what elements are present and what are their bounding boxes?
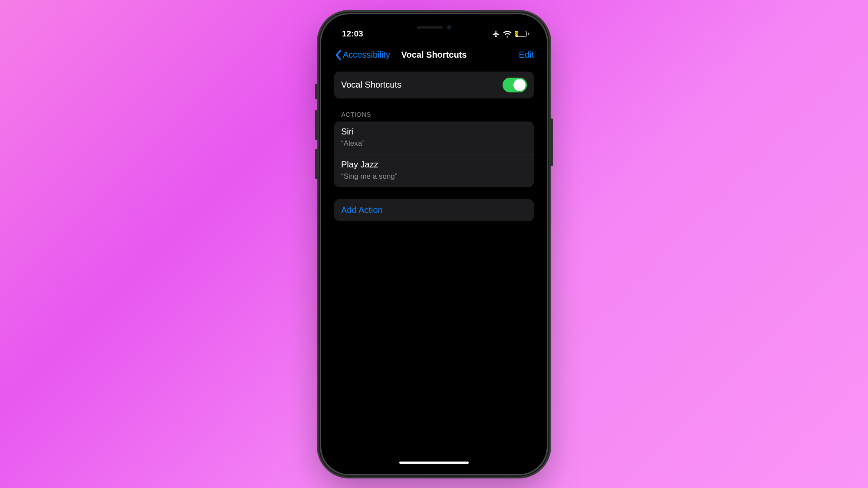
wifi-icon (503, 29, 512, 38)
action-row-play-jazz[interactable]: Play Jazz “Sing me a song” (334, 154, 534, 187)
battery-indicator: 20 (515, 31, 529, 37)
action-phrase: “Alexa” (341, 139, 527, 148)
volume-down-button[interactable] (315, 149, 318, 179)
home-indicator[interactable] (399, 462, 469, 464)
action-title: Play Jazz (341, 160, 527, 170)
toggle-knob (513, 79, 526, 91)
airplane-mode-icon (492, 30, 500, 38)
edit-button[interactable]: Edit (519, 50, 534, 60)
status-bar: 12:03 20 (327, 23, 541, 45)
chevron-left-icon (334, 50, 342, 60)
vocal-shortcuts-toggle-row[interactable]: Vocal Shortcuts (334, 72, 534, 98)
main-toggle-group: Vocal Shortcuts (334, 72, 534, 98)
add-action-group: Add Action (334, 199, 534, 221)
battery-percent: 20 (515, 31, 519, 36)
page-title: Vocal Shortcuts (401, 50, 467, 60)
volume-up-button[interactable] (315, 110, 318, 140)
back-label: Accessibility (343, 50, 390, 60)
actions-section-header: Actions (334, 98, 534, 121)
nav-bar: Accessibility Vocal Shortcuts Edit (327, 45, 541, 66)
actions-list: Siri “Alexa” Play Jazz “Sing me a song” (334, 121, 534, 187)
status-time: 12:03 (342, 29, 363, 39)
vocal-shortcuts-toggle[interactable] (503, 78, 527, 92)
mute-switch[interactable] (315, 84, 318, 99)
action-phrase: “Sing me a song” (341, 172, 527, 181)
vocal-shortcuts-toggle-label: Vocal Shortcuts (341, 80, 401, 90)
back-button[interactable]: Accessibility (334, 50, 390, 60)
add-action-button[interactable]: Add Action (334, 199, 534, 221)
screen: 12:03 20 Acc (327, 20, 541, 468)
phone-frame: 12:03 20 Acc (321, 14, 547, 474)
content-area: Vocal Shortcuts Actions Siri “Alexa” Pla… (327, 66, 541, 221)
action-row-siri[interactable]: Siri “Alexa” (334, 121, 534, 154)
action-title: Siri (341, 127, 527, 137)
power-button[interactable] (550, 118, 553, 166)
status-icons: 20 (492, 29, 529, 38)
